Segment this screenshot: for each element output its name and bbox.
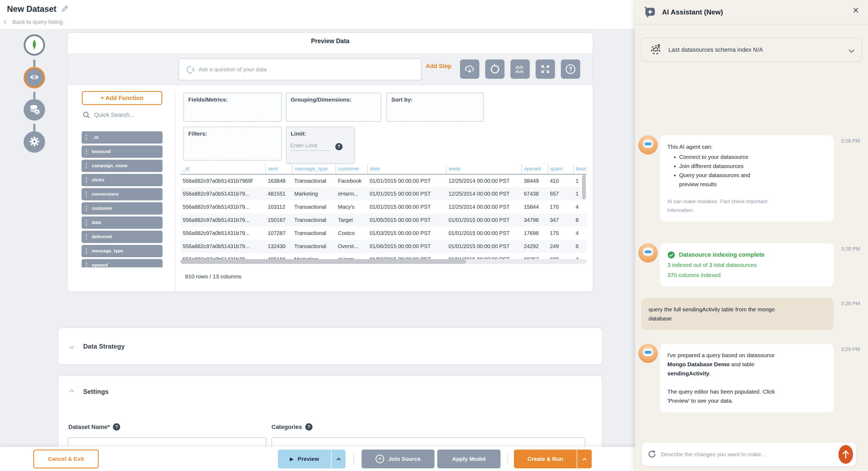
chart-button[interactable]: [510, 60, 530, 79]
help-button[interactable]: ?: [561, 60, 580, 79]
schema-index-dropdown[interactable]: Last datasources schema index N/A: [641, 37, 862, 62]
categories-help-icon[interactable]: ?: [305, 423, 312, 431]
field-chip-label: delivered: [92, 234, 112, 239]
help-icon: ?: [566, 64, 576, 74]
field-list: _idbouncedcampaign_nameclicksconversions…: [82, 131, 162, 267]
data-strategy-card: Data Strategy: [58, 327, 602, 365]
table-cell: Facebook: [336, 174, 368, 187]
database-gear-icon: [28, 103, 40, 116]
add-step-button[interactable]: Add Step: [426, 63, 452, 70]
table-cell: 556a882c97a0b51431b79...: [181, 253, 266, 259]
table-cell: 4: [574, 253, 587, 259]
field-chip-campaign_name[interactable]: campaign_name: [82, 160, 162, 172]
table-cell: 150167: [266, 213, 292, 227]
create-run-options-button[interactable]: [577, 449, 592, 468]
field-chip-customer[interactable]: customer: [82, 202, 162, 214]
table-cell: 01/01/2015 00:00:00 PST: [368, 187, 446, 200]
field-chip-date[interactable]: date: [82, 216, 162, 229]
apply-model-button[interactable]: Apply Model: [437, 449, 500, 468]
table-cell: Transactional: [292, 200, 336, 213]
ai-assistant-title: AI Assistant (New): [662, 8, 723, 16]
limit-help-icon[interactable]: ?: [335, 143, 343, 150]
cancel-exit-button[interactable]: Cancel & Exit: [33, 449, 99, 468]
table-cell: 01/03/2015 00:00:00 PST: [368, 227, 446, 240]
fullscreen-button[interactable]: [536, 60, 555, 79]
capability-item: Join different datasources: [679, 162, 768, 171]
reset-button[interactable]: [485, 60, 504, 79]
chat-input[interactable]: [661, 451, 834, 458]
horizontal-scrollbar-thumb[interactable]: [181, 259, 466, 264]
close-icon[interactable]: [853, 5, 859, 15]
step-preview-active[interactable]: [24, 67, 45, 89]
column-header-sent[interactable]: sent: [266, 164, 292, 174]
table-cell: 107287: [266, 227, 292, 240]
table-cell: 01/05/2015 00:00:00 PST: [368, 213, 446, 227]
limit-input[interactable]: [290, 142, 331, 151]
column-header-opened[interactable]: opened: [522, 164, 548, 174]
field-chip-delivered[interactable]: delivered: [82, 231, 162, 243]
table-cell: eHarm...: [336, 187, 368, 200]
download-button[interactable]: [460, 60, 479, 79]
create-run-button[interactable]: Create & Run: [514, 449, 577, 468]
check-circle-icon: [668, 251, 675, 259]
table-cell: 347: [548, 213, 574, 227]
back-to-query-listing-link[interactable]: Back to query listing: [4, 19, 63, 25]
settings-header[interactable]: Settings: [58, 376, 602, 408]
column-header-customer[interactable]: customer: [336, 164, 368, 174]
edit-title-icon[interactable]: [61, 5, 69, 13]
cloud-download-icon: [464, 63, 475, 75]
field-chip-conversions[interactable]: conversions: [82, 188, 162, 200]
column-header-bounced[interactable]: bounced: [574, 164, 587, 174]
field-chip-bounced[interactable]: bounced: [82, 145, 162, 158]
filters-dropzone[interactable]: Filters:: [183, 127, 282, 161]
join-source-button[interactable]: Join Source: [362, 449, 435, 468]
vertical-scrollbar[interactable]: [582, 175, 586, 199]
chevron-up-icon: [582, 458, 587, 462]
column-header-date[interactable]: date: [368, 164, 446, 174]
table-cell: 6: [574, 240, 587, 253]
sort-by-dropzone[interactable]: Sort by:: [386, 93, 484, 122]
step-datasource-mongodb[interactable]: [24, 34, 45, 56]
quick-search-input[interactable]: [94, 111, 158, 119]
table-cell: 68357: [522, 253, 548, 259]
fields-metrics-dropzone[interactable]: Fields/Metrics:: [183, 93, 282, 122]
ai-capability-list: Connect to your datasourceJoin different…: [668, 153, 826, 189]
table-cell: 496166: [266, 253, 292, 259]
capability-item: Query your datasources and preview resul…: [679, 171, 768, 189]
step-dataset-settings[interactable]: [24, 99, 45, 121]
column-header-message_type[interactable]: message_type: [292, 164, 336, 174]
bottom-action-bar: Cancel & Exit Preview Join Source Apply …: [0, 447, 635, 471]
grouping-dimensions-dropzone[interactable]: Grouping/Dimensions:: [286, 93, 381, 122]
table-cell: Transactional: [292, 227, 336, 240]
table-cell: 4: [574, 200, 587, 213]
app-root: New Dataset Back to query listing: [0, 0, 868, 471]
data-strategy-title: Data Strategy: [83, 343, 125, 350]
data-strategy-header[interactable]: Data Strategy: [58, 328, 602, 365]
field-chip-label: bounced: [92, 149, 111, 154]
chevron-down-icon: [69, 344, 74, 349]
table-cell: 34796: [522, 213, 548, 227]
limit-dropzone[interactable]: Limit: ?: [286, 127, 355, 164]
ai-message-intro: This AI agent can:: [668, 142, 826, 152]
field-chip-clicks[interactable]: clicks: [82, 174, 162, 186]
column-header-week[interactable]: week: [446, 164, 522, 174]
field-chip-message_type[interactable]: message_type: [82, 245, 162, 257]
search-icon: [82, 111, 90, 119]
field-chip-_id[interactable]: _id: [82, 131, 162, 144]
send-button[interactable]: [838, 445, 853, 464]
refresh-icon[interactable]: [648, 449, 656, 459]
column-header-_id[interactable]: _id: [181, 164, 266, 174]
table-cell: 556a882c97a0b51431b79...: [181, 200, 266, 213]
column-header-spam[interactable]: spam: [548, 164, 574, 174]
ask-question-input[interactable]: [198, 59, 418, 80]
table-cell: 132430: [266, 240, 292, 253]
table-cell: 01/03/2015 00:00:00 PST: [368, 253, 446, 259]
chevron-up-icon: [69, 389, 74, 394]
dataset-name-help-icon[interactable]: ?: [113, 423, 120, 431]
add-function-button[interactable]: + Add Function: [82, 91, 162, 105]
preview-button[interactable]: Preview: [278, 449, 331, 468]
preview-options-button[interactable]: [332, 449, 345, 468]
field-chip-opened[interactable]: opened: [82, 259, 162, 267]
step-run-settings[interactable]: [24, 131, 45, 153]
result-table-wrap: _idsentmessage_typecustomerdateweekopene…: [181, 164, 587, 259]
